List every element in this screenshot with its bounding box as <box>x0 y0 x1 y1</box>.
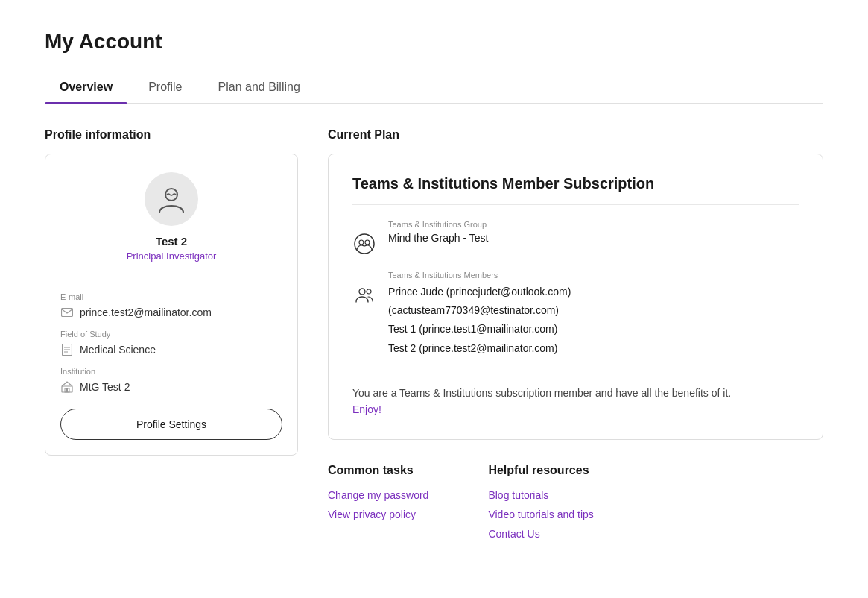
svg-rect-9 <box>68 388 70 392</box>
plan-members-row: Teams & Institutions Members Prince Jude… <box>352 271 799 358</box>
svg-point-14 <box>367 289 371 294</box>
svg-point-12 <box>365 240 370 245</box>
avatar-icon <box>155 183 188 215</box>
members-label: Teams & Institutions Members <box>388 271 571 280</box>
member-4: Test 2 (prince.test2@mailinator.com) <box>388 339 571 358</box>
group-name: Mind the Graph - Test <box>388 232 488 244</box>
group-icon <box>352 232 376 256</box>
profile-card: Test 2 Principal Investigator E-mail pr <box>45 154 298 456</box>
email-icon <box>60 306 74 319</box>
email-label: E-mail <box>60 292 282 301</box>
email-row: prince.test2@mailinator.com <box>60 306 282 319</box>
video-tutorials-link[interactable]: Video tutorials and tips <box>488 509 593 520</box>
svg-point-11 <box>359 240 364 245</box>
plan-members-content: Teams & Institutions Members Prince Jude… <box>388 271 571 358</box>
current-plan-label: Current Plan <box>328 128 823 142</box>
main-content: Profile information Test 2 <box>45 128 823 547</box>
change-password-link[interactable]: Change my password <box>328 489 428 501</box>
common-tasks-col: Common tasks Change my password View pri… <box>328 464 428 547</box>
blog-tutorials-link[interactable]: Blog tutorials <box>488 489 593 501</box>
plan-group-content: Teams & Institutions Group Mind the Grap… <box>388 220 488 256</box>
page-title: My Account <box>45 30 823 54</box>
avatar <box>145 172 198 226</box>
field-value: Medical Science <box>80 344 156 356</box>
profile-settings-button[interactable]: Profile Settings <box>60 409 282 440</box>
field-icon <box>60 343 74 356</box>
members-list: Prince Jude (princejudet@outlook.com) (c… <box>388 283 571 358</box>
right-panel: Current Plan Teams & Institutions Member… <box>328 128 823 547</box>
member-3: Test 1 (prince.test1@mailinator.com) <box>388 320 571 339</box>
email-section: E-mail prince.test2@mailinator.com <box>60 292 282 319</box>
plan-group-row: Teams & Institutions Group Mind the Grap… <box>352 220 799 256</box>
members-icon <box>352 283 376 306</box>
institution-value: MtG Test 2 <box>80 381 130 393</box>
institution-section: Institution MtG Test 2 <box>60 367 282 394</box>
profile-section-label: Profile information <box>45 128 298 142</box>
svg-rect-8 <box>65 388 67 392</box>
common-tasks-title: Common tasks <box>328 464 428 477</box>
svg-rect-2 <box>62 309 73 317</box>
tab-overview[interactable]: Overview <box>45 72 127 103</box>
bottom-section: Common tasks Change my password View pri… <box>328 464 823 547</box>
tabs-bar: Overview Profile Plan and Billing <box>45 72 823 104</box>
plan-note-text: You are a Teams & Institutions subscript… <box>352 387 731 399</box>
current-plan-card: Teams & Institutions Member Subscription <box>328 154 823 440</box>
contact-us-link[interactable]: Contact Us <box>488 528 593 540</box>
privacy-policy-link[interactable]: View privacy policy <box>328 509 428 520</box>
user-name: Test 2 <box>156 235 187 248</box>
member-2: (cactusteam770349@testinator.com) <box>388 301 571 320</box>
institution-label: Institution <box>60 367 282 376</box>
member-1: Prince Jude (princejudet@outlook.com) <box>388 283 571 301</box>
svg-point-10 <box>355 234 374 254</box>
left-panel: Profile information Test 2 <box>45 128 298 456</box>
field-section: Field of Study Medical Science <box>60 330 282 356</box>
helpful-resources-title: Helpful resources <box>488 464 593 477</box>
tab-profile[interactable]: Profile <box>133 72 197 103</box>
field-row: Medical Science <box>60 343 282 356</box>
tab-plan-billing[interactable]: Plan and Billing <box>203 72 315 103</box>
avatar-section: Test 2 Principal Investigator <box>60 172 282 277</box>
email-value: prince.test2@mailinator.com <box>80 306 212 318</box>
institution-row: MtG Test 2 <box>60 380 282 394</box>
group-label: Teams & Institutions Group <box>388 220 488 229</box>
institution-icon <box>60 380 74 394</box>
plan-note: You are a Teams & Institutions subscript… <box>352 373 799 418</box>
svg-point-13 <box>359 289 365 295</box>
plan-enjoy-text: Enjoy! <box>352 403 381 415</box>
field-label: Field of Study <box>60 330 282 339</box>
user-role: Principal Investigator <box>127 251 217 262</box>
plan-title: Teams & Institutions Member Subscription <box>352 175 799 205</box>
helpful-resources-col: Helpful resources Blog tutorials Video t… <box>488 464 593 547</box>
